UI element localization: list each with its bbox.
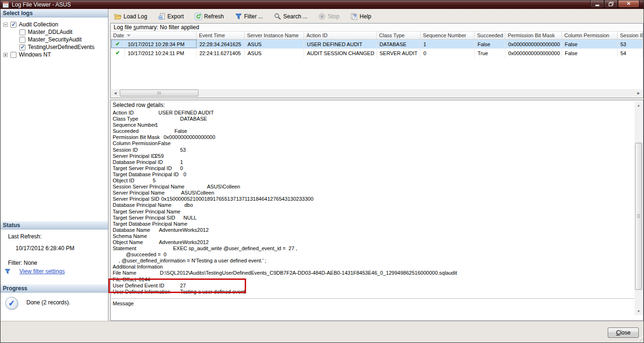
stop-label: Stop <box>328 13 339 20</box>
folder-open-icon <box>114 13 122 20</box>
progress-done-text: Done (2 records). <box>26 299 70 306</box>
title-bar[interactable]: Log File Viewer - ASUS ✕ <box>0 0 644 9</box>
selected-row-details-panel: Selected row details: Action IDUSER DEFI… <box>110 100 644 321</box>
log-file-viewer-window: Log File Viewer - ASUS ✕ Select logs Aud… <box>0 0 644 343</box>
done-check-icon: ✔ <box>5 297 18 310</box>
cell-permission-bit-mask: 0x0000000000000000 <box>505 40 562 49</box>
column-header-column-permission[interactable]: Column Permission <box>562 32 618 39</box>
detail-row: Additional Information <box>113 264 634 270</box>
detail-label: Sequence Number <box>113 122 156 128</box>
export-icon <box>158 13 165 20</box>
column-header-action-id[interactable]: Action ID <box>304 32 377 39</box>
scroll-down-arrow[interactable]: ▼ <box>635 307 643 315</box>
checkbox-master-ddlaudit[interactable] <box>19 29 25 35</box>
filter-button[interactable]: Filter ... <box>233 11 265 22</box>
column-header-server-instance[interactable]: Server Instance Name <box>245 32 304 39</box>
sort-icon <box>127 34 131 37</box>
column-header-sequence-number[interactable]: Sequence Number <box>421 32 475 39</box>
close-icon: ✕ <box>627 1 630 6</box>
detail-label: Database Principal Name <box>113 202 172 208</box>
filter-funnel-icon <box>4 268 11 275</box>
tree-label: TestingUserDefinedEvents <box>28 44 94 50</box>
detail-row: Sequence Number1 <box>113 122 634 128</box>
tree-item-windows-nt[interactable]: Windows NT <box>0 51 108 58</box>
tree-item-audit-collection[interactable]: Audit Collection <box>0 21 108 28</box>
collapse-expander-icon[interactable] <box>3 23 8 27</box>
detail-label: Database Principal ID <box>113 159 163 165</box>
tree-item-master-ddlaudit[interactable]: Master_DDLAudit <box>0 28 108 36</box>
cell-date: 10/17/2012 10:28:34 PM <box>125 40 197 49</box>
detail-row: Database Principal ID1 <box>113 159 634 165</box>
detail-value: NULL <box>183 215 197 221</box>
load-log-label: Load Log <box>124 13 147 20</box>
tree-item-testinguserdefinedevents[interactable]: TestingUserDefinedEvents <box>0 43 108 51</box>
detail-row: File NameD:\SQL2012\Audits\TestingUserDe… <box>113 270 634 276</box>
detail-label: Database Name <box>113 227 150 233</box>
export-button[interactable]: Export <box>156 11 186 22</box>
last-refresh-label: Last Refresh: <box>8 233 41 240</box>
checkbox-testinguserdefinedevents[interactable] <box>19 44 25 50</box>
column-header-session-id[interactable]: Session ID <box>618 32 643 39</box>
detail-label: Server Principal ID <box>113 153 156 159</box>
expand-expander-icon[interactable] <box>3 53 8 57</box>
message-label: Message <box>113 301 134 306</box>
column-header-permission-bit-mask[interactable]: Permission Bit Mask <box>505 32 562 39</box>
minimize-button[interactable] <box>590 0 604 8</box>
column-header-class-type[interactable]: Class Type <box>377 32 421 39</box>
checkbox-windows-nt[interactable] <box>10 52 17 58</box>
detail-value: False <box>174 128 187 134</box>
checkbox-audit-collection[interactable] <box>10 22 17 28</box>
view-filter-settings-link[interactable]: View filter settings <box>19 268 65 275</box>
detail-row: Target Server Principal Name <box>113 209 634 215</box>
cell-succeeded: False <box>475 40 505 49</box>
detail-row: Object ID5 <box>113 178 634 184</box>
detail-label: Object ID <box>113 178 134 184</box>
detail-value: ASUS\Colleen <box>207 184 240 190</box>
column-header-date[interactable]: Date <box>111 32 197 39</box>
help-button[interactable]: ? Help <box>348 11 373 22</box>
vertical-scrollbar-thumb[interactable] <box>635 143 642 290</box>
detail-row: Target Server Principal ID0 <box>113 165 634 172</box>
load-log-button[interactable]: Load Log <box>112 11 149 22</box>
detail-row: Server Principal ID259 <box>113 153 634 159</box>
cell-event-time: 22:28:34.2641625 <box>197 40 245 49</box>
checkbox-master-securityaudit[interactable] <box>19 37 25 43</box>
tree-item-master-securityaudit[interactable]: Master_SecurityAudit <box>0 36 108 43</box>
column-header-succeeded[interactable]: Succeeded <box>475 32 505 39</box>
scroll-up-arrow[interactable]: ▲ <box>635 101 643 109</box>
refresh-button[interactable]: Refresh <box>193 11 226 22</box>
detail-label: Target Database Principal Name <box>113 221 187 227</box>
scroll-right-arrow[interactable]: ▶ <box>635 89 643 97</box>
refresh-icon <box>195 13 202 20</box>
detail-row: Action IDUSER DEFINED AUDIT <box>113 110 634 116</box>
search-button[interactable]: Search ... <box>272 11 309 22</box>
column-header-event-time[interactable]: Event Time <box>197 32 245 39</box>
stop-button[interactable]: Stop <box>316 11 341 22</box>
detail-row: StatementEXEC sp_audit_write @user_defin… <box>113 245 634 252</box>
cell-session-id: 53 <box>618 40 643 49</box>
detail-label: Permission Bit Mask <box>113 134 160 140</box>
detail-row: , @user_defined_information = N'Testing … <box>113 258 634 264</box>
log-row[interactable]: ✔ 10/17/2012 10:24:11 PM 22:24:11.627140… <box>111 49 643 57</box>
detail-row: Schema Name <box>113 233 634 239</box>
log-tree: Audit Collection Master_DDLAudit Master_… <box>0 18 108 220</box>
maximize-button[interactable] <box>604 0 618 8</box>
detail-row: Database NameAdventureWorks2012 <box>113 227 634 233</box>
cell-server-instance: ASUS <box>245 40 304 49</box>
refresh-label: Refresh <box>204 13 224 20</box>
detail-row: Permission Bit Mask0x0000000000000000 <box>113 134 634 140</box>
search-icon <box>274 13 281 20</box>
vertical-scrollbar[interactable]: ▲ ▼ <box>635 101 643 315</box>
log-row[interactable]: ✔ 10/17/2012 10:28:34 PM 22:28:34.264162… <box>111 40 643 49</box>
grid-header: Date Event Time Server Instance Name Act… <box>111 32 643 40</box>
scroll-left-arrow[interactable]: ◀ <box>111 89 119 97</box>
horizontal-scrollbar[interactable]: ◀ ▶ <box>111 89 643 97</box>
horizontal-scrollbar-thumb[interactable] <box>120 90 198 97</box>
cell-sequence: 1 <box>421 40 475 49</box>
stop-icon <box>318 13 326 20</box>
restore-icon <box>609 2 613 6</box>
close-button[interactable]: Close <box>608 327 639 338</box>
last-refresh-value: 10/17/2012 6:28:40 PM <box>16 245 74 252</box>
close-window-button[interactable]: ✕ <box>618 0 639 8</box>
cell-column-permission: False <box>562 49 618 57</box>
